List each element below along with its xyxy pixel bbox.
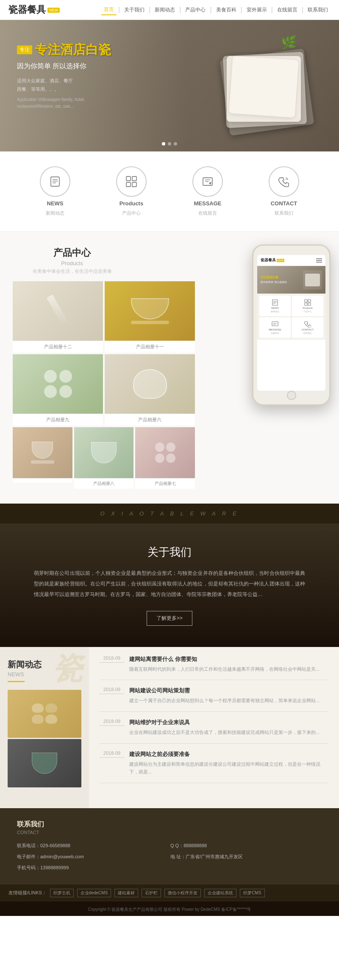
dot-2[interactable] bbox=[174, 142, 177, 146]
product-item-7[interactable]: 产品相册七 bbox=[135, 427, 195, 489]
contact-phone: 联系电话：029-66589888 bbox=[17, 841, 169, 850]
about-more-button[interactable]: 了解更多>> bbox=[147, 611, 192, 626]
nav-message[interactable]: 在线留言 bbox=[275, 5, 300, 15]
hero-desc-en2: restaurant/Western, etc, use... bbox=[17, 103, 111, 110]
nav-news[interactable]: 新闻动态 bbox=[152, 5, 178, 15]
product-item-2[interactable]: 产品相册十一 bbox=[105, 281, 195, 353]
news-date-3: 2018-09 bbox=[100, 719, 124, 736]
feature-message-cn: 在线留言 bbox=[198, 210, 217, 216]
feature-products[interactable]: Products 产品中心 bbox=[93, 162, 170, 221]
contact-address: 地 址：广东省/广州市惠城九开发区 bbox=[170, 852, 322, 861]
news-title-1: 建网站离需要什么 你需要知 bbox=[129, 655, 328, 663]
contact-icon bbox=[269, 166, 299, 197]
product-item-5[interactable] bbox=[13, 427, 72, 489]
message-icon bbox=[192, 166, 223, 197]
news-date-2: 2018-09 bbox=[100, 687, 124, 705]
nav-outdoor[interactable]: 室外展示 bbox=[244, 5, 270, 15]
product-name-3: 产品相册九 bbox=[13, 414, 103, 426]
link-1[interactable]: 织梦主机 bbox=[50, 889, 74, 897]
news-desc-2: 建立一个属于自己的企业网站想到么？每一个程序员都需要有独立网站，简单来说企业网站… bbox=[129, 697, 328, 705]
link-2[interactable]: 企业dedeCMS bbox=[77, 889, 111, 897]
hero-desc2: 西餐、等等用。。。 bbox=[17, 85, 111, 94]
nav-products[interactable]: 产品中心 bbox=[183, 5, 208, 15]
news-date-4: 2018-09 bbox=[100, 750, 124, 776]
logo-text: 瓷器餐具 bbox=[8, 3, 46, 16]
news-item-1[interactable]: 2018-09 建网站离需要什么 你需要知 随着互联网时代的到来，人们日常的工作… bbox=[100, 655, 328, 680]
product-name-7: 产品相册七 bbox=[135, 478, 195, 489]
products-title: 产品中心 Products bbox=[13, 246, 131, 266]
news-thumb-1 bbox=[8, 690, 81, 738]
nav-home[interactable]: 首页 bbox=[101, 5, 117, 15]
about-title: 关于我们 bbox=[25, 545, 314, 560]
links-bar: 友情链接/LINKS： 织梦主机 企业dedeCMS 建站素材 石护栏 微信小程… bbox=[0, 884, 339, 902]
product-name-1: 产品相册十二 bbox=[13, 341, 103, 353]
news-title-4: 建设网站之前必须要准备 bbox=[129, 750, 328, 758]
link-3[interactable]: 建站素材 bbox=[114, 889, 138, 897]
svg-rect-24 bbox=[272, 322, 278, 326]
hero-main-title: 专注 专注酒店白瓷 bbox=[17, 41, 111, 59]
news-right-panel: 2018-09 建网站离需要什么 你需要知 随着互联网时代的到来，人们日常的工作… bbox=[89, 647, 339, 808]
feature-news-cn: 新闻动态 bbox=[46, 210, 64, 216]
news-title-2: 网站建设公司网站策划需 bbox=[129, 687, 328, 694]
nav-contact[interactable]: 联系我们 bbox=[305, 5, 331, 15]
product-item-6[interactable]: 产品相册八 bbox=[74, 427, 134, 489]
news-icon bbox=[40, 166, 70, 197]
news-title-3: 网站维护对于企业来说具 bbox=[129, 719, 328, 726]
hero-subtitle: 因为你简单 所以选择你 bbox=[17, 62, 111, 71]
svg-rect-20 bbox=[305, 300, 307, 302]
feature-news-en: NEWS bbox=[47, 200, 64, 207]
product-item-3[interactable]: 产品相册九 bbox=[13, 354, 103, 426]
svg-rect-6 bbox=[126, 182, 131, 187]
feature-contact[interactable]: CONTACT 联系我们 bbox=[246, 162, 322, 221]
link-5[interactable]: 微信小程序开发 bbox=[164, 889, 201, 897]
news-item-4[interactable]: 2018-09 建设网站之前必须要准备 建设网站分为主建设和简单信息的建设分建设… bbox=[100, 750, 328, 783]
news-title-underline bbox=[8, 681, 25, 682]
svg-rect-7 bbox=[132, 182, 136, 187]
products-grid: 产品相册十二 产品相册十一 bbox=[13, 281, 195, 426]
news-corner-deco: 瓷 bbox=[53, 653, 83, 683]
nav-food[interactable]: 美食百科 bbox=[214, 5, 239, 15]
logo: 瓷器餐具 NEW bbox=[8, 3, 60, 16]
feature-products-en: Products bbox=[119, 200, 143, 207]
news-desc-1: 随着互联网时代的到来，人们日常的工作和生活越来越离不开网络，在网络社会中网站是关… bbox=[129, 665, 328, 673]
hero-banner: 专注 专注酒店白瓷 因为你简单 所以选择你 适用大众家庭、酒店、餐厅 西餐、等等… bbox=[0, 20, 339, 151]
products-subtitle: 在美食中体会生活，在生活中品尝美食 bbox=[13, 268, 131, 274]
products-section: 产品中心 Products 在美食中体会生活，在生活中品尝美食 bbox=[0, 232, 339, 504]
hero-desc-en1: Applicable Volkswagen family, hotel, bbox=[17, 96, 111, 103]
about-section: 关于我们 萌芽时期在公司出现以前，个人独资企业是最典型的企业形式；与独资企业并存… bbox=[0, 524, 339, 647]
feature-products-cn: 产品中心 bbox=[122, 210, 141, 216]
separator-text: O X I A O T A B L E W A R E bbox=[0, 504, 339, 524]
feature-message[interactable]: MESSAGE 在线留言 bbox=[170, 162, 246, 221]
products-title-en: Products bbox=[13, 260, 131, 266]
news-item-2[interactable]: 2018-09 网站建设公司网站策划需 建立一个属于自己的企业网站想到么？每一个… bbox=[100, 687, 328, 712]
nav-about[interactable]: 关于我们 bbox=[122, 5, 147, 15]
product-name-6: 产品相册八 bbox=[74, 478, 134, 489]
product-name-2: 产品相册十一 bbox=[105, 341, 195, 353]
link-6[interactable]: 企业建站系统 bbox=[204, 889, 236, 897]
about-content: 萌芽时期在公司出现以前，个人独资企业是最典型的企业形式；与独资企业并存的是各种合… bbox=[34, 568, 305, 600]
product-name-4: 产品相册六 bbox=[105, 414, 195, 426]
dot-1[interactable] bbox=[168, 142, 171, 146]
product-item-1[interactable]: 产品相册十二 bbox=[13, 281, 103, 353]
feature-message-en: MESSAGE bbox=[194, 200, 221, 207]
feature-news[interactable]: NEWS 新闻动态 bbox=[17, 162, 93, 221]
hero-desc1: 适用大众家庭、酒店、餐厅 bbox=[17, 77, 111, 85]
copyright-text: Copyright © 瓷器餐具生产产品有限公司 版权所有 Power by D… bbox=[88, 907, 251, 912]
link-4[interactable]: 石护栏 bbox=[142, 889, 161, 897]
svg-rect-4 bbox=[126, 176, 131, 181]
link-7[interactable]: 织梦CMS bbox=[240, 889, 264, 897]
product-item-4[interactable]: 产品相册六 bbox=[105, 354, 195, 426]
news-item-3[interactable]: 2018-09 网站维护对于企业来说具 企业在网站建设成功之后不是大功告成了，搜… bbox=[100, 719, 328, 744]
hero-content: 专注 专注酒店白瓷 因为你简单 所以选择你 适用大众家庭、酒店、餐厅 西餐、等等… bbox=[17, 41, 111, 110]
products-title-cn: 产品中心 bbox=[13, 246, 131, 259]
svg-rect-5 bbox=[132, 176, 136, 181]
products-grid-row3: 产品相册八 产品相册七 bbox=[13, 427, 195, 489]
dot-active[interactable] bbox=[162, 142, 165, 146]
main-nav: 首页 | 关于我们 | 新闻动态 | 产品中心 | 美食百科 | 室外展示 | … bbox=[101, 5, 331, 15]
svg-line-12 bbox=[211, 182, 212, 183]
hero-plates: 🌿 bbox=[191, 26, 331, 143]
hero-dots bbox=[162, 142, 177, 146]
header: 瓷器餐具 NEW 首页 | 关于我们 | 新闻动态 | 产品中心 | 美食百科 … bbox=[0, 0, 339, 20]
products-icon bbox=[116, 166, 147, 197]
news-desc-3: 企业在网站建设成功之后不是大功告成了，搜索和技能建设完成网站只是第一步，接下来的… bbox=[129, 728, 328, 736]
